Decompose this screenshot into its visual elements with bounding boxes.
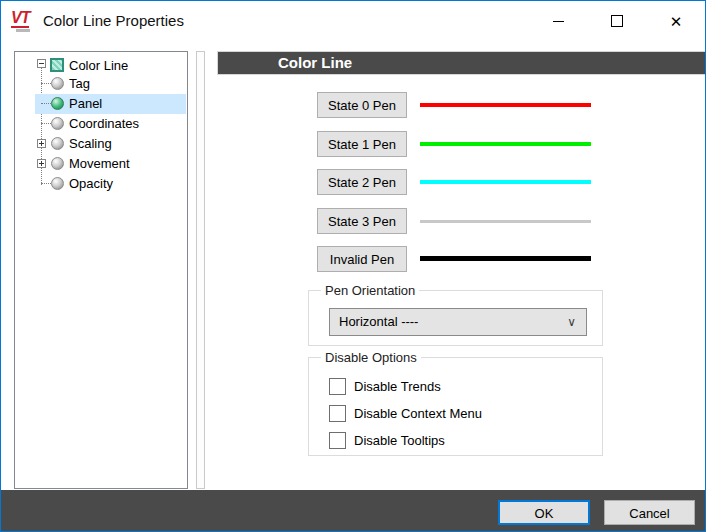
state-0-pen-button[interactable]: State 0 Pen bbox=[317, 92, 407, 118]
tree-root-color-line[interactable]: Color Line bbox=[15, 56, 186, 76]
minimize-icon bbox=[553, 21, 564, 22]
pen-row-state0: State 0 Pen bbox=[317, 92, 693, 118]
expand-icon[interactable] bbox=[37, 139, 46, 148]
close-button[interactable]: ✕ bbox=[653, 1, 699, 41]
opacity-node-icon bbox=[51, 177, 64, 190]
pen-row-invalid: Invalid Pen bbox=[317, 246, 693, 272]
titlebar[interactable]: VT Color Line Properties ✕ bbox=[1, 1, 705, 41]
movement-node-icon bbox=[51, 157, 64, 170]
tree-item-label: Coordinates bbox=[69, 114, 139, 134]
tree-branch-line bbox=[41, 123, 51, 124]
state-2-pen-sample bbox=[420, 180, 591, 184]
pen-orientation-group: Pen Orientation Horizontal ---- ∨ bbox=[308, 290, 603, 346]
chevron-down-icon: ∨ bbox=[567, 309, 576, 335]
tree-branch-line bbox=[41, 183, 51, 184]
state-3-pen-button[interactable]: State 3 Pen bbox=[317, 208, 407, 234]
window-title: Color Line Properties bbox=[43, 12, 184, 29]
logo-text: VT bbox=[11, 9, 29, 28]
disable-context-menu-checkbox[interactable] bbox=[329, 405, 346, 422]
disable-options-group-label: Disable Options bbox=[321, 350, 421, 365]
collapse-icon[interactable] bbox=[37, 59, 46, 68]
pen-row-state1: State 1 Pen bbox=[317, 131, 693, 157]
state-0-pen-sample bbox=[420, 103, 591, 107]
tag-node-icon bbox=[51, 77, 64, 90]
color-line-widget-icon bbox=[50, 58, 64, 72]
tree-branch-line bbox=[41, 83, 51, 84]
close-icon: ✕ bbox=[670, 14, 683, 29]
tree-branch-line bbox=[41, 103, 51, 104]
state-1-pen-sample bbox=[420, 142, 591, 146]
tree-item-movement[interactable]: Movement bbox=[15, 154, 186, 174]
tree-item-label: Movement bbox=[69, 154, 130, 174]
cancel-button[interactable]: Cancel bbox=[604, 500, 695, 525]
coordinates-node-icon bbox=[51, 117, 64, 130]
tree-item-panel[interactable]: Panel bbox=[35, 94, 186, 114]
scaling-node-icon bbox=[51, 137, 64, 150]
panel-splitter[interactable] bbox=[196, 51, 205, 489]
tree-item-label: Scaling bbox=[69, 134, 112, 154]
pen-orientation-value: Horizontal ---- bbox=[339, 314, 418, 329]
tree-item-label: Tag bbox=[69, 74, 90, 94]
disable-tooltips-label: Disable Tooltips bbox=[354, 432, 445, 450]
maximize-icon bbox=[611, 15, 623, 27]
vtscada-logo-icon: VT bbox=[11, 9, 37, 33]
expand-icon[interactable] bbox=[37, 159, 46, 168]
maximize-button[interactable] bbox=[594, 1, 640, 41]
ok-button[interactable]: OK bbox=[498, 500, 590, 525]
dialog-footer: OK Cancel bbox=[1, 490, 705, 531]
state-1-pen-button[interactable]: State 1 Pen bbox=[317, 131, 407, 157]
tree-item-tag[interactable]: Tag bbox=[15, 74, 186, 94]
disable-context-menu-label: Disable Context Menu bbox=[354, 405, 482, 423]
disable-tooltips-checkbox[interactable] bbox=[329, 432, 346, 449]
tree-item-label: Panel bbox=[69, 94, 102, 114]
pen-orientation-group-label: Pen Orientation bbox=[321, 283, 419, 298]
tree-item-coordinates[interactable]: Coordinates bbox=[15, 114, 186, 134]
state-3-pen-sample bbox=[420, 220, 591, 223]
pen-row-state2: State 2 Pen bbox=[317, 169, 693, 195]
color-line-properties-dialog: VT Color Line Properties ✕ Color Line Ta… bbox=[0, 0, 706, 532]
disable-trends-checkbox[interactable] bbox=[329, 378, 346, 395]
invalid-pen-button[interactable]: Invalid Pen bbox=[317, 246, 407, 272]
pen-orientation-select[interactable]: Horizontal ---- ∨ bbox=[329, 308, 587, 336]
panel-node-icon bbox=[51, 97, 64, 110]
state-2-pen-button[interactable]: State 2 Pen bbox=[317, 169, 407, 195]
minimize-button[interactable] bbox=[535, 1, 581, 41]
disable-trends-label: Disable Trends bbox=[354, 378, 441, 396]
logo-underline bbox=[16, 29, 30, 32]
disable-options-group: Disable Options Disable Trends Disable C… bbox=[308, 357, 603, 456]
invalid-pen-sample bbox=[420, 256, 591, 261]
property-tree: Color Line Tag Panel Coordinates Scaling… bbox=[14, 51, 188, 489]
panel-section-header: Color Line bbox=[217, 51, 706, 75]
tree-item-opacity[interactable]: Opacity bbox=[15, 174, 186, 194]
tree-item-label: Opacity bbox=[69, 174, 113, 194]
tree-root-label: Color Line bbox=[69, 56, 128, 76]
tree-item-scaling[interactable]: Scaling bbox=[15, 134, 186, 154]
pen-row-state3: State 3 Pen bbox=[317, 208, 693, 234]
